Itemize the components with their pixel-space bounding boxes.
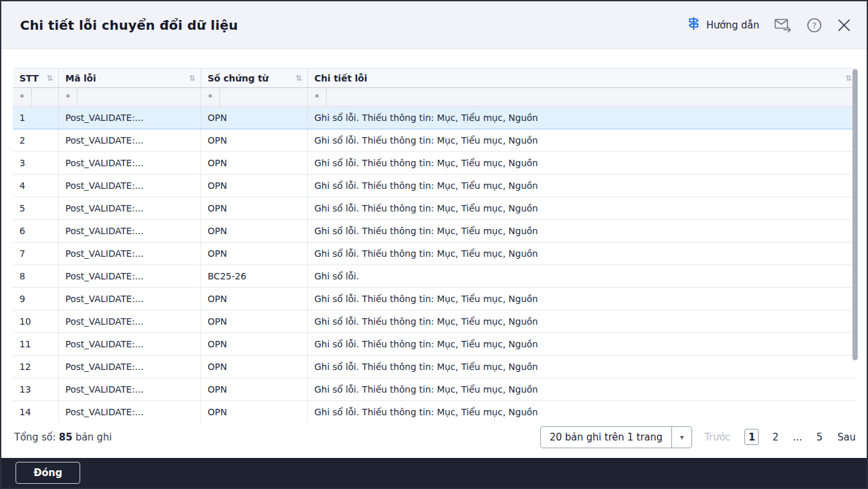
table-row[interactable]: 13 Post_VALIDATE:... OPN Ghi sổ lỗi. Thi… [13, 378, 857, 401]
filter-input-chi-tiet-loi[interactable] [327, 88, 857, 106]
cell-so-chung-tu: OPN [201, 333, 308, 355]
table-row[interactable]: 1 Post_VALIDATE:... OPN Ghi sổ lỗi. Thiế… [13, 107, 857, 129]
cell-ma-loi: Post_VALIDATE:... [59, 175, 201, 197]
filter-operator-button[interactable]: * [13, 88, 32, 106]
guide-button[interactable]: Hướng dẫn [687, 17, 759, 33]
cell-stt: 6 [13, 220, 59, 242]
chevron-down-icon[interactable]: ▾ [671, 427, 691, 448]
sort-icon[interactable]: ⇅ [47, 74, 53, 82]
filter-cell-chi-tiet-loi: * [308, 88, 857, 106]
cell-chi-tiet-loi: Ghi sổ lỗi. Thiếu thông tin: Mục, Tiểu m… [308, 288, 857, 310]
cell-so-chung-tu: OPN [201, 220, 308, 242]
pager-page-5[interactable]: 5 [816, 431, 823, 443]
cell-stt: 11 [13, 333, 59, 355]
guide-label: Hướng dẫn [706, 19, 759, 31]
cell-so-chung-tu: OPN [201, 356, 308, 378]
column-header-chi-tiet-loi[interactable]: Chi tiết lỗi ⇅ [308, 69, 857, 87]
table-row[interactable]: 12 Post_VALIDATE:... OPN Ghi sổ lỗi. Thi… [13, 356, 857, 378]
table-row[interactable]: 9 Post_VALIDATE:... OPN Ghi sổ lỗi. Thiế… [13, 288, 857, 310]
cell-chi-tiet-loi: Ghi sổ lỗi. Thiếu thông tin: Mục, Tiểu m… [308, 356, 857, 378]
table-row[interactable]: 14 Post_VALIDATE:... OPN Ghi sổ lỗi. Thi… [13, 401, 857, 423]
table-row[interactable]: 6 Post_VALIDATE:... OPN Ghi sổ lỗi. Thiế… [13, 220, 857, 243]
cell-stt: 9 [13, 288, 59, 310]
pager-nav: Trước 12...5 Sau [704, 429, 856, 445]
cell-chi-tiet-loi: Ghi sổ lỗi. Thiếu thông tin: Mục, Tiểu m… [308, 378, 857, 400]
pager-controls: 20 bản ghi trên 1 trang ▾ Trước 12...5 S… [540, 426, 856, 448]
table-row[interactable]: 7 Post_VALIDATE:... OPN Ghi sổ lỗi. Thiế… [13, 243, 857, 265]
pager-page-1[interactable]: 1 [744, 429, 759, 445]
cell-chi-tiet-loi: Ghi sổ lỗi. Thiếu thông tin: Mục, Tiểu m… [308, 220, 857, 242]
help-icon[interactable]: ? [807, 17, 822, 33]
pager-next[interactable]: Sau [838, 431, 856, 443]
filter-operator-button[interactable]: * [308, 88, 327, 106]
cell-chi-tiet-loi: Ghi sổ lỗi. Thiếu thông tin: Mục, Tiểu m… [308, 243, 857, 265]
cell-stt: 4 [13, 175, 59, 197]
pager-page-2[interactable]: 2 [772, 431, 779, 443]
cell-ma-loi: Post_VALIDATE:... [59, 333, 201, 355]
table-row[interactable]: 8 Post_VALIDATE:... BC25-26 Ghi sổ lỗi. [13, 265, 857, 288]
pager-prev[interactable]: Trước [704, 431, 730, 443]
filter-input-stt[interactable] [32, 88, 58, 106]
dialog-footer: Đóng [1, 458, 867, 488]
table-body: 1 Post_VALIDATE:... OPN Ghi sổ lỗi. Thiế… [13, 107, 857, 423]
total-records: Tổng số: 85 bản ghi [14, 431, 112, 443]
cell-chi-tiet-loi: Ghi sổ lỗi. [308, 265, 857, 287]
cell-so-chung-tu: OPN [201, 378, 308, 400]
filter-cell-ma-loi: * [59, 88, 201, 106]
table-row[interactable]: 5 Post_VALIDATE:... OPN Ghi sổ lỗi. Thiế… [13, 197, 857, 220]
cell-so-chung-tu: OPN [201, 401, 308, 423]
filter-operator-button[interactable]: * [201, 88, 220, 106]
cell-so-chung-tu: OPN [201, 243, 308, 265]
cell-stt: 8 [13, 265, 59, 287]
sort-icon[interactable]: ⇅ [845, 74, 852, 82]
column-header-ma-loi[interactable]: Mã lỗi ⇅ [59, 69, 201, 87]
page-title: Chi tiết lỗi chuyển đổi dữ liệu [20, 17, 238, 33]
cell-ma-loi: Post_VALIDATE:... [59, 288, 201, 310]
close-icon[interactable] [837, 18, 851, 32]
send-feedback-icon[interactable] [774, 17, 792, 32]
cell-chi-tiet-loi: Ghi sổ lỗi. Thiếu thông tin: Mục, Tiểu m… [308, 333, 857, 355]
total-unit: bản ghi [76, 431, 112, 443]
signpost-icon [687, 17, 700, 33]
filter-row: * * * * [13, 88, 857, 107]
filter-cell-so-chung-tu: * [201, 88, 308, 106]
cell-chi-tiet-loi: Ghi sổ lỗi. Thiếu thông tin: Mục, Tiểu m… [308, 107, 857, 129]
cell-ma-loi: Post_VALIDATE:... [59, 356, 201, 378]
svg-text:?: ? [812, 20, 817, 30]
table-row[interactable]: 3 Post_VALIDATE:... OPN Ghi sổ lỗi. Thiế… [13, 152, 857, 175]
cell-so-chung-tu: OPN [201, 288, 308, 310]
filter-input-ma-loi[interactable] [78, 88, 201, 106]
cell-ma-loi: Post_VALIDATE:... [59, 401, 201, 423]
cell-chi-tiet-loi: Ghi sổ lỗi. Thiếu thông tin: Mục, Tiểu m… [308, 175, 857, 197]
column-header-so-chung-tu[interactable]: Số chứng từ ⇅ [201, 69, 308, 87]
cell-chi-tiet-loi: Ghi sổ lỗi. Thiếu thông tin: Mục, Tiểu m… [308, 310, 857, 332]
cell-so-chung-tu: OPN [201, 129, 308, 151]
close-button[interactable]: Đóng [16, 462, 80, 484]
cell-so-chung-tu: OPN [201, 197, 308, 219]
cell-ma-loi: Post_VALIDATE:... [59, 152, 201, 174]
column-header-stt[interactable]: STT ⇅ [13, 69, 59, 87]
sort-icon[interactable]: ⇅ [189, 74, 195, 82]
filter-input-so-chung-tu[interactable] [220, 88, 307, 106]
cell-ma-loi: Post_VALIDATE:... [59, 129, 201, 151]
vertical-scrollbar[interactable] [852, 69, 858, 360]
cell-ma-loi: Post_VALIDATE:... [59, 197, 201, 219]
dialog-window: Chi tiết lỗi chuyển đổi dữ liệu Hướng dẫ… [0, 0, 868, 489]
sort-icon[interactable]: ⇅ [296, 74, 302, 82]
table-row[interactable]: 2 Post_VALIDATE:... OPN Ghi sổ lỗi. Thiế… [13, 129, 857, 152]
page-size-value: 20 bản ghi trên 1 trang [541, 427, 672, 448]
table-row[interactable]: 4 Post_VALIDATE:... OPN Ghi sổ lỗi. Thiế… [13, 175, 857, 197]
cell-ma-loi: Post_VALIDATE:... [59, 265, 201, 287]
cell-stt: 12 [13, 356, 59, 378]
filter-cell-stt: * [13, 88, 59, 106]
filter-operator-button[interactable]: * [59, 88, 78, 106]
cell-ma-loi: Post_VALIDATE:... [59, 310, 201, 332]
table-row[interactable]: 10 Post_VALIDATE:... OPN Ghi sổ lỗi. Thi… [13, 310, 857, 333]
cell-ma-loi: Post_VALIDATE:... [59, 220, 201, 242]
page-size-select[interactable]: 20 bản ghi trên 1 trang ▾ [540, 426, 693, 448]
table-row[interactable]: 11 Post_VALIDATE:... OPN Ghi sổ lỗi. Thi… [13, 333, 857, 356]
pager-bar: Tổng số: 85 bản ghi 20 bản ghi trên 1 tr… [13, 423, 857, 451]
cell-stt: 10 [13, 310, 59, 332]
cell-ma-loi: Post_VALIDATE:... [59, 378, 201, 400]
cell-so-chung-tu: OPN [201, 107, 308, 129]
